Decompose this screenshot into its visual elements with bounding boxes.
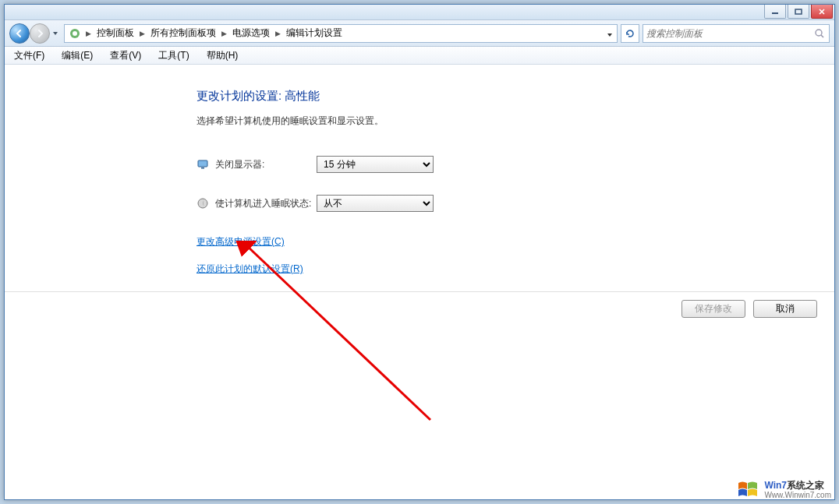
- link-advanced-power-settings[interactable]: 更改高级电源设置(C): [196, 235, 834, 248]
- svg-rect-1: [795, 9, 802, 14]
- breadcrumb-dropdown[interactable]: [604, 28, 612, 39]
- chevron-right-icon: ▶: [137, 30, 147, 37]
- search-input[interactable]: [646, 28, 813, 39]
- refresh-button[interactable]: [621, 24, 639, 43]
- svg-rect-0: [772, 12, 778, 14]
- chevron-right-icon: ▶: [273, 30, 283, 37]
- search-box[interactable]: [643, 24, 830, 43]
- refresh-icon: [625, 28, 635, 39]
- arrow-right-icon: [35, 29, 44, 38]
- page-subtitle: 选择希望计算机使用的睡眠设置和显示设置。: [196, 115, 834, 128]
- menu-tools[interactable]: 工具(T): [155, 48, 192, 64]
- nav-buttons: [9, 23, 61, 44]
- display-off-select[interactable]: 15 分钟: [317, 156, 434, 173]
- display-off-label: 关闭显示器:: [215, 158, 317, 171]
- menu-edit[interactable]: 编辑(E): [58, 48, 96, 64]
- menu-file[interactable]: 文件(F): [11, 48, 48, 64]
- minimize-button[interactable]: [764, 5, 786, 19]
- back-button[interactable]: [9, 23, 30, 44]
- window-controls: [764, 5, 833, 19]
- svg-point-4: [816, 30, 822, 36]
- close-button[interactable]: [811, 5, 833, 19]
- search-icon: [813, 27, 826, 40]
- minimize-icon: [771, 9, 779, 15]
- save-button[interactable]: 保存修改: [681, 300, 745, 318]
- link-restore-defaults[interactable]: 还原此计划的默认设置(R): [196, 263, 834, 276]
- address-bar: ▶ 控制面板 ▶ 所有控制面板项 ▶ 电源选项 ▶ 编辑计划设置: [5, 20, 834, 47]
- nav-history-dropdown[interactable]: [50, 25, 61, 42]
- setting-row-sleep: 使计算机进入睡眠状态: 从不: [196, 195, 834, 212]
- content-inner: 更改计划的设置: 高性能 选择希望计算机使用的睡眠设置和显示设置。 关闭显示器:…: [5, 65, 834, 276]
- window-frame: ▶ 控制面板 ▶ 所有控制面板项 ▶ 电源选项 ▶ 编辑计划设置 文件(F) 编…: [4, 4, 835, 500]
- setting-row-display-off: 关闭显示器: 15 分钟: [196, 156, 834, 173]
- sleep-select[interactable]: 从不: [317, 195, 434, 212]
- page-title: 更改计划的设置: 高性能: [196, 89, 834, 104]
- content-area: 更改计划的设置: 高性能 选择希望计算机使用的睡眠设置和显示设置。 关闭显示器:…: [5, 65, 834, 499]
- breadcrumb[interactable]: ▶ 控制面板 ▶ 所有控制面板项 ▶ 电源选项 ▶ 编辑计划设置: [64, 24, 618, 43]
- menu-help[interactable]: 帮助(H): [204, 48, 242, 64]
- svg-line-5: [821, 35, 823, 37]
- forward-button[interactable]: [30, 23, 50, 44]
- chevron-right-icon: ▶: [219, 30, 229, 37]
- links: 更改高级电源设置(C) 还原此计划的默认设置(R): [196, 235, 834, 276]
- chevron-right-icon: ▶: [83, 30, 94, 37]
- breadcrumb-item-control-panel[interactable]: 控制面板: [94, 25, 137, 42]
- footer: 保存修改 取消: [5, 291, 834, 326]
- sleep-label: 使计算机进入睡眠状态:: [215, 197, 317, 210]
- menu-bar: 文件(F) 编辑(E) 查看(V) 工具(T) 帮助(H): [5, 47, 834, 65]
- menu-view[interactable]: 查看(V): [107, 48, 144, 64]
- svg-point-3: [73, 31, 77, 36]
- svg-rect-6: [198, 160, 207, 167]
- close-icon: [818, 9, 826, 15]
- arrow-left-icon: [15, 29, 24, 38]
- moon-icon: [196, 197, 209, 210]
- title-bar: [5, 5, 834, 20]
- svg-rect-7: [201, 167, 204, 169]
- cancel-button[interactable]: 取消: [753, 300, 817, 318]
- maximize-button[interactable]: [788, 5, 809, 19]
- breadcrumb-item-edit-plan[interactable]: 编辑计划设置: [283, 25, 345, 42]
- control-panel-icon: [69, 27, 81, 40]
- monitor-icon: [196, 158, 209, 171]
- maximize-icon: [795, 9, 802, 15]
- breadcrumb-item-power-options[interactable]: 电源选项: [229, 25, 273, 42]
- breadcrumb-item-all-items[interactable]: 所有控制面板项: [147, 25, 219, 42]
